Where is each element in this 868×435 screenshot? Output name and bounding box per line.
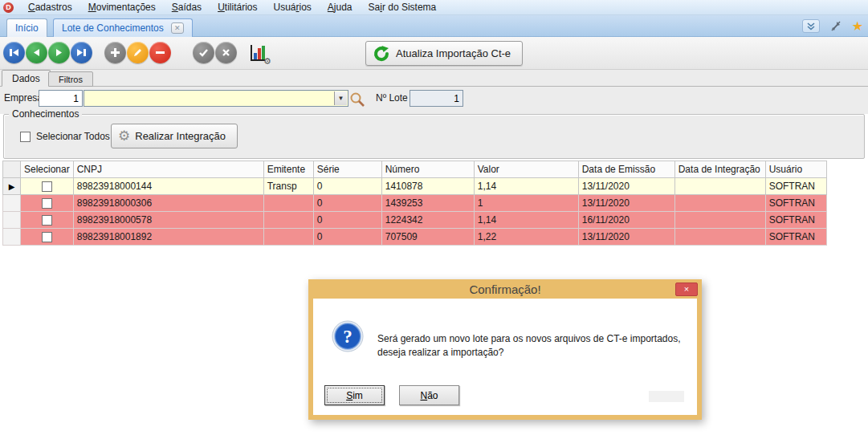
insert-button[interactable] [104, 42, 126, 63]
question-icon: ? [331, 319, 365, 356]
row-indicator [3, 229, 21, 246]
cell-usuario: SOFTRAN [765, 178, 826, 195]
menu-saidas[interactable]: Saídas [164, 1, 210, 14]
row-checkbox[interactable] [42, 181, 52, 192]
tab-filtros-label: Filtros [59, 75, 83, 84]
cell-numero: 1410878 [381, 178, 474, 195]
cell-cnpj: 89823918000144 [73, 178, 263, 195]
cell-data_emissao: 13/11/2020 [578, 178, 674, 195]
tab-lote-de-conhecimentos[interactable]: Lote de Conhecimentos ✕ [53, 18, 193, 37]
cell-data_emissao: 13/11/2020 [578, 229, 674, 246]
tab-dados[interactable]: Dados [2, 70, 51, 87]
post-button[interactable] [193, 42, 214, 63]
cell-serie: 0 [313, 178, 381, 195]
last-record-button[interactable] [71, 42, 92, 63]
table-row[interactable]: 8982391800189207075091,2213/11/2020SOFTR… [3, 229, 827, 246]
table-row[interactable]: 89823918000578012243421,1416/11/2020SOFT… [3, 212, 827, 229]
delete-button[interactable] [149, 42, 171, 63]
grid-header-Valor[interactable]: Valor [474, 161, 578, 178]
sub-tab-bar: Dados Filtros [0, 70, 868, 87]
grid-header-Data de Integração[interactable]: Data de Integração [674, 161, 765, 178]
menu-sair[interactable]: Sair do Sistema [361, 1, 445, 14]
cell-valor: 1,22 [474, 229, 578, 246]
realizar-integracao-button[interactable]: ⚙ Realizar Integração [111, 124, 238, 148]
menu-utilitarios[interactable]: Utilitários [210, 1, 265, 14]
form-area: Empresa ▼ Nº Lote [0, 87, 868, 114]
cell-cnpj: 89823918000578 [73, 212, 263, 229]
cell-valor: 1,14 [474, 212, 578, 229]
page-tab-bar: Início Lote de Conhecimentos ✕ ★ [0, 15, 868, 37]
chevron-down-icon [806, 22, 816, 30]
refresh-icon [373, 45, 390, 63]
no-button[interactable]: Não [399, 385, 459, 405]
select-all-checkbox[interactable] [20, 132, 31, 142]
grid-header-Série[interactable]: Série [313, 161, 381, 178]
last-record-icon [76, 48, 87, 57]
combo-dropdown-arrow-icon[interactable]: ▼ [334, 91, 347, 105]
conhecimentos-groupbox: Conhecimentos Selecionar Todos ⚙ Realiza… [3, 114, 865, 159]
row-indicator [3, 195, 21, 212]
grid-header-Número[interactable]: Número [381, 161, 474, 178]
table-row[interactable]: ▶89823918000144Transp014108781,1413/11/2… [3, 178, 827, 195]
dialog-close-button[interactable]: × [675, 283, 698, 296]
cell-emitente: Transp [263, 178, 313, 195]
menu-ajuda[interactable]: Ajuda [320, 1, 361, 14]
first-record-button[interactable] [3, 42, 25, 63]
edit-button[interactable] [127, 42, 149, 63]
report-chart-button[interactable]: ⚙ [249, 43, 271, 64]
bar-chart-gear-icon: ⚙ [249, 43, 271, 64]
app-logo-icon: D [3, 2, 14, 13]
minus-icon [155, 47, 165, 58]
grid-header-Selecionar[interactable]: Selecionar [21, 161, 74, 178]
current-row-indicator: ▶ [3, 178, 21, 195]
gear-icon: ⚙ [118, 129, 130, 143]
tab-dados-label: Dados [12, 73, 40, 84]
grid-header-Data de Emissão[interactable]: Data de Emissão [578, 161, 674, 178]
select-all-field: Selecionar Todos [20, 131, 110, 142]
tab-list-chevron-button[interactable] [802, 19, 820, 33]
row-checkbox[interactable] [42, 232, 52, 242]
cell-emitente [263, 229, 313, 246]
favorite-star-icon[interactable]: ★ [852, 20, 863, 33]
grid-header-CNPJ[interactable]: CNPJ [73, 161, 263, 178]
lote-number-input[interactable] [410, 90, 463, 107]
cell-usuario: SOFTRAN [765, 212, 826, 229]
empresa-code-input[interactable] [39, 90, 83, 107]
toolbar: ⚙ Atualiza Importação Ct-e [0, 37, 868, 70]
unpin-icon[interactable] [829, 20, 842, 33]
cell-selecionar [21, 178, 74, 195]
dialog-body: ? Será gerado um novo lote para os novos… [313, 299, 697, 415]
tab-close-icon[interactable]: ✕ [171, 22, 184, 34]
search-icon[interactable] [349, 91, 365, 110]
svg-text:⚙: ⚙ [263, 56, 271, 64]
svg-text:?: ? [343, 327, 352, 347]
cell-usuario: SOFTRAN [765, 229, 826, 246]
yes-button[interactable]: Sim [324, 385, 385, 405]
cell-numero: 1224342 [381, 212, 474, 229]
prior-record-button[interactable] [26, 42, 47, 63]
tab-inicio[interactable]: Início [6, 18, 47, 37]
menu-usuarios[interactable]: Usuários [265, 1, 319, 14]
first-record-icon [9, 48, 19, 57]
row-checkbox[interactable] [42, 215, 52, 226]
menu-cadastros[interactable]: Cadastros [20, 1, 80, 14]
menu-movimentacoes[interactable]: Movimentações [80, 1, 164, 14]
next-record-button[interactable] [48, 42, 70, 63]
tab-filtros[interactable]: Filtros [48, 71, 93, 87]
cancel-button[interactable] [215, 42, 237, 63]
cell-emitente [263, 195, 313, 212]
application-window: D Cadastros Movimentações Saídas Utilitá… [0, 0, 868, 435]
atualiza-importacao-button[interactable]: Atualiza Importação Ct-e [365, 41, 523, 66]
row-checkbox[interactable] [42, 198, 52, 209]
x-icon [222, 48, 230, 57]
empresa-combo[interactable]: ▼ [84, 90, 348, 107]
grid-header-Emitente[interactable]: Emitente [263, 161, 313, 178]
grid-header-indicator[interactable] [3, 161, 21, 178]
table-row[interactable]: 8982391800030601439253113/11/2020SOFTRAN [3, 195, 827, 212]
dialog-message: Será gerado um novo lote para os novos a… [377, 332, 695, 360]
cell-selecionar [21, 212, 74, 229]
prior-record-icon [32, 48, 41, 57]
cell-numero: 1439253 [381, 195, 474, 212]
cell-cnpj: 89823918001892 [73, 229, 263, 246]
grid-header-Usuário[interactable]: Usuário [765, 161, 826, 178]
